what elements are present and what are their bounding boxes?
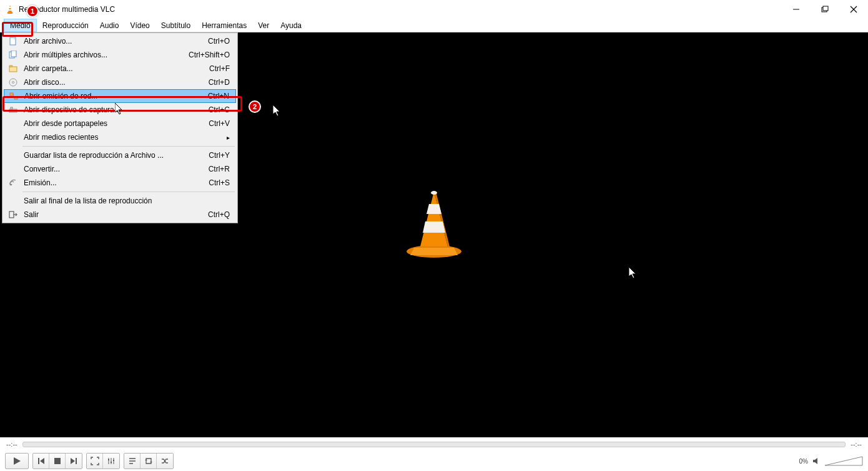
menu-open-clipboard[interactable]: Abrir desde portapapeles Ctrl+V — [4, 117, 236, 130]
quit-icon — [6, 210, 20, 219]
menu-convert[interactable]: Convertir... Ctrl+R — [4, 162, 236, 176]
menu-bar: Medio Reproducción Audio Vídeo Subtítulo… — [0, 19, 868, 32]
previous-button[interactable] — [33, 454, 49, 469]
svg-marker-33 — [40, 458, 44, 464]
menu-recent-media[interactable]: Abrir medios recientes ▸ — [4, 130, 236, 144]
svg-rect-41 — [111, 462, 112, 463]
next-button[interactable] — [66, 454, 82, 469]
callout-1: 1 — [26, 5, 39, 17]
seek-bar-row: --:-- --:-- — [0, 437, 868, 451]
menu-subtitulo[interactable]: Subtítulo — [155, 19, 196, 32]
controls-row: 0% — [0, 451, 868, 471]
svg-rect-30 — [9, 211, 14, 218]
svg-marker-10 — [410, 248, 458, 255]
svg-rect-6 — [823, 6, 828, 11]
svg-rect-34 — [54, 458, 61, 464]
title-bar: Reproductor multimedia VLC — [0, 0, 868, 19]
svg-marker-35 — [71, 458, 75, 464]
menu-audio[interactable]: Audio — [94, 19, 125, 32]
svg-marker-14 — [423, 221, 445, 233]
extended-settings-button[interactable] — [103, 454, 119, 469]
svg-rect-2 — [9, 7, 11, 8]
capture-icon — [6, 105, 20, 114]
menu-open-file[interactable]: Abrir archivo... Ctrl+O — [4, 34, 236, 48]
menu-open-network-stream[interactable]: Abrir emisión de red... Ctrl+N — [4, 89, 236, 103]
menu-ayuda[interactable]: Ayuda — [275, 19, 307, 32]
play-button[interactable] — [5, 453, 29, 469]
time-total: --:-- — [851, 440, 862, 448]
svg-rect-40 — [108, 459, 109, 460]
svg-rect-1 — [7, 12, 12, 14]
menu-quit-end-playlist[interactable]: Salir al final de la lista de reproducci… — [4, 194, 236, 208]
menu-open-capture[interactable]: Abrir dispositivo de captura... Ctrl+C — [4, 103, 236, 117]
svg-marker-46 — [145, 459, 147, 460]
file-icon — [6, 37, 20, 46]
volume-percent: 0% — [799, 458, 808, 465]
menu-separator — [22, 146, 235, 147]
menu-ver[interactable]: Ver — [252, 19, 275, 32]
svg-marker-47 — [150, 462, 152, 463]
menu-herramientas[interactable]: Herramientas — [196, 19, 252, 32]
playlist-button[interactable] — [124, 454, 141, 469]
playback-group — [32, 453, 82, 469]
vlc-cone-logo — [397, 185, 471, 260]
svg-rect-27 — [9, 109, 17, 112]
time-elapsed: --:-- — [6, 440, 17, 448]
seek-slider[interactable] — [22, 442, 846, 447]
skip-next-icon — [69, 457, 78, 465]
svg-rect-36 — [76, 458, 77, 464]
playlist-group — [124, 453, 174, 469]
svg-rect-28 — [11, 107, 12, 109]
svg-point-23 — [12, 82, 14, 84]
menu-medio[interactable]: Medio — [4, 19, 37, 32]
svg-line-26 — [13, 94, 14, 98]
menu-open-multiple[interactable]: Abrir múltiples archivos... Ctrl+Shift+O — [4, 48, 236, 62]
menu-open-disc[interactable]: Abrir disco... Ctrl+D — [4, 75, 236, 89]
svg-rect-42 — [113, 460, 114, 461]
playlist-icon — [128, 457, 137, 465]
svg-marker-13 — [427, 204, 441, 214]
menu-stream[interactable]: Emisión... Ctrl+S — [4, 176, 236, 190]
folder-icon — [6, 64, 20, 73]
svg-rect-32 — [38, 458, 39, 464]
minimize-button[interactable] — [782, 0, 811, 19]
window-controls — [782, 0, 868, 19]
files-icon — [6, 51, 20, 59]
stream-icon — [6, 178, 20, 187]
random-button[interactable] — [157, 454, 173, 469]
svg-rect-20 — [9, 67, 17, 72]
menu-open-folder[interactable]: Abrir carpeta... Ctrl+F — [4, 62, 236, 75]
skip-previous-icon — [37, 457, 46, 465]
menu-save-playlist[interactable]: Guardar lista de reproducción a Archivo … — [4, 148, 236, 162]
callout-2: 2 — [249, 100, 261, 113]
fullscreen-button[interactable] — [87, 454, 103, 469]
svg-point-29 — [11, 184, 12, 186]
svg-rect-24 — [10, 93, 13, 95]
vlc-app-icon — [5, 4, 15, 14]
loop-button[interactable] — [141, 454, 157, 469]
stop-icon — [54, 457, 61, 465]
svg-marker-48 — [813, 458, 817, 464]
svg-point-15 — [431, 191, 437, 195]
menu-quit[interactable]: Salir Ctrl+Q — [4, 208, 236, 221]
disc-icon — [6, 78, 20, 87]
stop-button[interactable] — [49, 454, 66, 469]
shuffle-icon — [160, 457, 169, 465]
svg-rect-19 — [11, 51, 16, 57]
fullscreen-icon — [91, 457, 99, 465]
medio-dropdown: Abrir archivo... Ctrl+O Abrir múltiples … — [2, 32, 238, 223]
svg-marker-31 — [14, 457, 21, 465]
menu-reproduccion[interactable]: Reproducción — [37, 19, 94, 32]
network-icon — [7, 92, 21, 100]
view-group — [86, 453, 120, 469]
sliders-icon — [107, 457, 116, 465]
maximize-button[interactable] — [811, 0, 839, 19]
loop-icon — [144, 457, 153, 465]
menu-video[interactable]: Vídeo — [124, 19, 155, 32]
volume-area: 0% — [799, 455, 863, 467]
svg-rect-3 — [9, 9, 12, 11]
close-button[interactable] — [839, 0, 868, 19]
volume-slider[interactable] — [824, 455, 863, 467]
speaker-icon[interactable] — [812, 457, 821, 465]
menu-separator — [22, 192, 235, 192]
